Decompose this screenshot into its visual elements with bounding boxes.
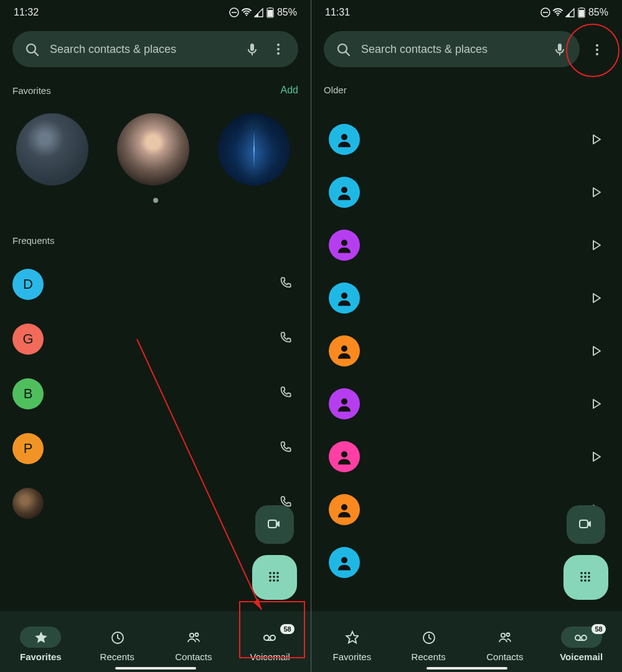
contact-avatar: D [12, 269, 44, 300]
caller-avatar [329, 441, 360, 472]
nav-recents[interactable]: Recents [390, 616, 467, 672]
caller-avatar [329, 177, 360, 208]
mic-icon[interactable] [552, 42, 567, 57]
search-placeholder: Search contacts & places [50, 43, 233, 56]
star-icon [345, 630, 359, 644]
voicemail-badge: 58 [280, 624, 294, 634]
pager-dot [153, 198, 158, 203]
fab-stack [252, 505, 297, 600]
nav-contacts[interactable]: Contacts [156, 616, 232, 672]
play-icon[interactable] [588, 238, 601, 253]
wifi-icon [553, 7, 563, 17]
voicemail-row[interactable] [329, 271, 622, 324]
search-bar[interactable]: Search contacts & places [324, 31, 580, 67]
mic-icon[interactable] [245, 42, 260, 57]
more-icon[interactable] [271, 42, 286, 57]
status-bar: 11:31 85% [311, 0, 622, 24]
caller-avatar [329, 547, 360, 578]
call-icon[interactable] [278, 440, 293, 457]
voicemail-icon [573, 630, 590, 644]
contact-avatar: G [12, 324, 44, 355]
dnd-icon [540, 7, 550, 17]
more-icon[interactable] [590, 42, 605, 57]
voicemail-row[interactable] [329, 113, 622, 166]
bottom-nav: Favorites Recents Contacts 58 Voicemail [0, 611, 311, 672]
search-bar[interactable]: Search contacts & places [12, 31, 298, 67]
nav-voicemail[interactable]: 58 Voicemail [232, 616, 308, 672]
caller-avatar [329, 335, 360, 366]
nav-voicemail[interactable]: 58 Voicemail [543, 616, 620, 672]
frequent-contact-row[interactable]: P [12, 421, 311, 476]
dialpad-fab[interactable] [563, 555, 608, 600]
play-icon[interactable] [588, 291, 601, 306]
contact-avatar [12, 488, 44, 519]
dialpad-fab[interactable] [252, 555, 297, 600]
nav-favorites[interactable]: Favorites [314, 616, 390, 672]
older-header-row: Older [311, 75, 622, 101]
voicemail-row[interactable] [329, 166, 622, 218]
play-icon[interactable] [588, 343, 601, 358]
favorite-contact[interactable] [117, 113, 189, 185]
wifi-icon [242, 7, 252, 17]
caller-avatar [329, 282, 360, 314]
voicemail-icon [262, 630, 278, 644]
voicemail-row[interactable] [329, 430, 622, 483]
caller-avatar [329, 494, 360, 525]
add-favorite-button[interactable]: Add [281, 85, 298, 96]
contact-avatar: B [12, 378, 44, 409]
contact-avatar: P [12, 433, 44, 464]
caller-avatar [329, 388, 360, 419]
call-icon[interactable] [278, 385, 293, 403]
video-call-fab[interactable] [567, 505, 605, 544]
favorites-header: Favorites [12, 85, 51, 96]
nav-contacts[interactable]: Contacts [467, 616, 544, 672]
video-call-fab[interactable] [255, 505, 294, 544]
status-battery: 85% [588, 7, 608, 18]
screen-voicemail: 11:31 85% Search contacts & places Older… [311, 0, 622, 672]
voicemail-badge: 58 [591, 624, 605, 634]
star-icon [34, 630, 47, 644]
fab-stack [563, 505, 608, 600]
status-time: 11:31 [325, 7, 350, 18]
gesture-bar [115, 667, 196, 670]
status-icons: 85% [229, 7, 297, 18]
frequent-contact-row[interactable]: B [12, 366, 311, 421]
frequent-contact-row[interactable]: G [12, 312, 311, 366]
signal-icon [565, 8, 575, 17]
frequent-contact-row[interactable]: D [12, 257, 311, 312]
bottom-nav: Favorites Recents Contacts 58 Voicemail [311, 611, 622, 672]
favorites-row [0, 102, 311, 198]
screen-favorites: 11:32 85% Search contacts & places Favor… [0, 0, 311, 672]
status-bar: 11:32 85% [0, 0, 311, 24]
voicemail-row[interactable] [329, 377, 622, 430]
call-icon[interactable] [278, 330, 293, 348]
frequents-header: Frequents [12, 235, 55, 246]
search-icon [25, 42, 39, 56]
gesture-bar [426, 667, 507, 670]
voicemail-row[interactable] [329, 218, 622, 271]
favorite-contact[interactable] [218, 113, 290, 185]
caller-avatar [329, 124, 360, 155]
favorites-header-row: Favorites Add [0, 75, 311, 102]
call-icon[interactable] [278, 276, 293, 293]
contacts-icon [186, 630, 201, 645]
status-battery: 85% [277, 7, 297, 18]
search-icon [336, 42, 350, 56]
clock-icon [110, 630, 124, 644]
clock-icon [422, 630, 435, 644]
older-header: Older [324, 85, 347, 95]
battery-icon [266, 7, 275, 18]
nav-recents[interactable]: Recents [79, 616, 156, 672]
favorite-contact[interactable] [16, 113, 88, 185]
status-time: 11:32 [14, 7, 39, 18]
signal-icon [254, 8, 263, 17]
voicemail-row[interactable] [329, 324, 622, 377]
play-icon[interactable] [588, 132, 601, 147]
nav-favorites[interactable]: Favorites [2, 616, 79, 672]
frequents-header-row: Frequents [0, 207, 311, 252]
play-icon[interactable] [588, 185, 601, 200]
play-icon[interactable] [588, 449, 601, 464]
search-placeholder: Search contacts & places [361, 43, 541, 56]
play-icon[interactable] [588, 396, 601, 411]
dnd-icon [229, 7, 239, 17]
